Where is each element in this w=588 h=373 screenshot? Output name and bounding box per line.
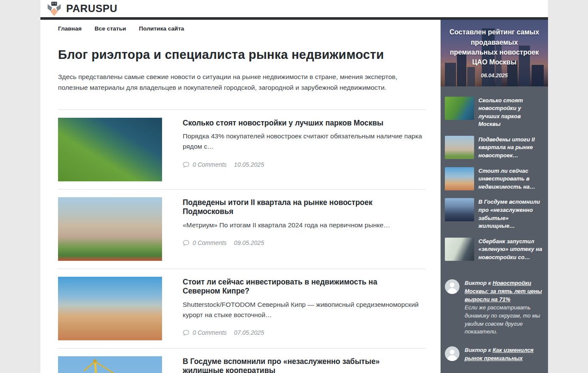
recent-post-item[interactable]: Подведены итоги II квартала на рынке нов…: [445, 136, 543, 160]
comments-count[interactable]: 0 Comments: [193, 239, 227, 246]
comment-bubble-icon: [183, 240, 190, 246]
article-thumbnail-crane[interactable]: [58, 356, 162, 373]
comment-item: Виктор к Новостройки Москвы: за пять лет…: [445, 279, 543, 336]
recent-post-thumbnail-cyprus: [445, 167, 474, 190]
article-item: В Госдуме вспомнили про «незаслуженно за…: [58, 349, 426, 373]
comments-count[interactable]: 0 Comments: [193, 329, 227, 336]
article-title[interactable]: Сколько стоят новостройки у лучших парко…: [183, 119, 426, 128]
article-thumbnail-cyprus[interactable]: [58, 277, 162, 340]
sidebar-banner[interactable]: Составлен рейтинг самых продаваемых прем…: [441, 20, 548, 86]
crane-graphic: [58, 356, 162, 373]
sidebar-body: Сколько стоят новостройки у лучших парко…: [441, 86, 548, 373]
page-intro: Здесь представлены самые свежие новости …: [58, 72, 426, 93]
recent-post-thumbnail-duma: [445, 198, 474, 221]
site-logo-icon[interactable]: [46, 1, 62, 18]
article-excerpt: Порядка 43% покупателей новостроек счита…: [183, 131, 423, 152]
recent-post-item[interactable]: Сколько стоят новостройки у лучших парко…: [445, 97, 543, 128]
page-background: { "page": { "bg": "#e9e9e9", "header_bar…: [0, 0, 588, 373]
article-title[interactable]: В Госдуме вспомнили про «незаслуженно за…: [183, 357, 406, 373]
article-title[interactable]: Подведены итоги II квартала на рынке нов…: [183, 198, 406, 217]
article-meta: 0 Comments 09.05.2025: [183, 239, 426, 246]
nav-item-site-policy[interactable]: Политика сайта: [139, 25, 184, 32]
recent-post-title[interactable]: Подведены итоги II квартала на рынке нов…: [478, 136, 543, 160]
recent-comments-widget: Виктор к Новостройки Москвы: за пять лет…: [445, 279, 543, 363]
page-container: PARUSPU Главная Все статьи Политика сайт…: [40, 0, 548, 373]
banner-title[interactable]: Составлен рейтинг самых продаваемых прем…: [449, 27, 539, 67]
sidebar: Составлен рейтинг самых продаваемых прем…: [441, 20, 548, 373]
comments-count[interactable]: 0 Comments: [193, 161, 227, 168]
brand-name[interactable]: PARUSPU: [66, 3, 117, 15]
comment-item: Виктор к Как изменился рынок премиальных: [445, 346, 543, 363]
article-item: Подведены итоги II квартала на рынке нов…: [58, 190, 426, 269]
article-date: 09.05.2025: [234, 239, 264, 246]
article-meta: 0 Comments 07.05.2025: [183, 329, 426, 336]
banner-date: 06.04.2025: [481, 73, 508, 79]
comment-connector: к: [487, 347, 493, 353]
recent-post-title[interactable]: Стоит ли сейчас инвестировать в недвижим…: [478, 167, 543, 191]
recent-posts-widget: Сколько стоят новостройки у лучших парко…: [445, 97, 543, 262]
article-date: 07.05.2025: [234, 329, 264, 336]
recent-post-thumbnail-buildings: [445, 136, 474, 159]
recent-post-item[interactable]: В Госдуме вспомнили про «незаслуженно за…: [445, 198, 543, 230]
comment-bubble-icon: [183, 330, 190, 336]
main-nav: Главная Все статьи Политика сайта: [58, 25, 426, 32]
recent-post-title[interactable]: Сбербанк запустил «зеленую» ипотеку на н…: [478, 238, 543, 262]
site-header: PARUSPU: [40, 0, 548, 17]
page-title: Блог риэлтора и специалиста рынка недвиж…: [58, 48, 426, 62]
article-item: Сколько стоят новостройки у лучших парко…: [58, 110, 426, 190]
recent-post-thumbnail-park: [445, 97, 474, 120]
article-thumbnail-buildings[interactable]: [58, 197, 162, 261]
article-excerpt: Shutterstock/FOTODOM Северный Кипр — жив…: [183, 300, 423, 320]
article-thumbnail-park[interactable]: [58, 118, 162, 181]
comment-connector: к: [487, 280, 493, 286]
recent-post-title[interactable]: В Госдуме вспомнили про «незаслуженно за…: [478, 198, 543, 230]
nav-item-home[interactable]: Главная: [58, 25, 82, 32]
article-title[interactable]: Стоит ли сейчас инвестировать в недвижим…: [183, 278, 410, 297]
avatar-icon: [445, 279, 459, 294]
avatar-icon: [445, 346, 459, 361]
recent-post-title[interactable]: Сколько стоят новостройки у лучших парко…: [478, 97, 543, 128]
article-item: Стоит ли сейчас инвестировать в недвижим…: [58, 269, 426, 349]
main-content: Главная Все статьи Политика сайта Блог р…: [40, 20, 441, 373]
recent-post-thumbnail-sberbank: [445, 238, 474, 261]
comment-author: Виктор: [465, 280, 487, 286]
article-excerpt: «Метриум» По итогам II квартала 2024 год…: [183, 220, 423, 230]
comment-author: Виктор: [465, 347, 487, 353]
recent-post-item[interactable]: Сбербанк запустил «зеленую» ипотеку на н…: [445, 238, 543, 262]
comment-text: Если же рассматривать динамику по округа…: [465, 304, 543, 336]
nav-item-all-articles[interactable]: Все статьи: [95, 25, 126, 32]
article-meta: 0 Comments 10.05.2025: [183, 161, 426, 168]
article-date: 10.05.2025: [234, 161, 264, 168]
recent-post-item[interactable]: Стоит ли сейчас инвестировать в недвижим…: [445, 167, 543, 191]
comment-bubble-icon: [183, 162, 190, 168]
